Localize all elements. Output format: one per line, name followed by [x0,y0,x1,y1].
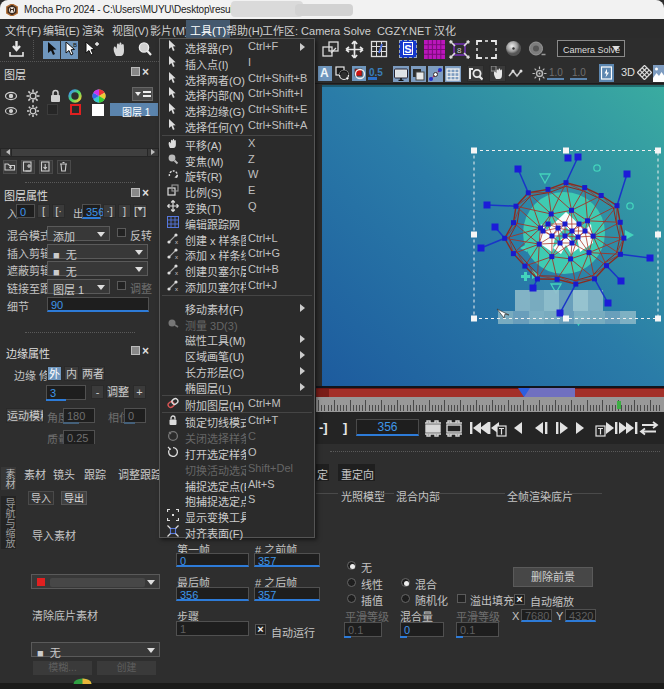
svg-text:x: x [175,239,178,244]
svg-text:x: x [175,254,178,259]
svg-text:x: x [175,286,178,291]
svg-text:B: B [73,42,77,48]
svg-text:x: x [175,270,178,275]
svg-text:8: 8 [457,46,462,55]
